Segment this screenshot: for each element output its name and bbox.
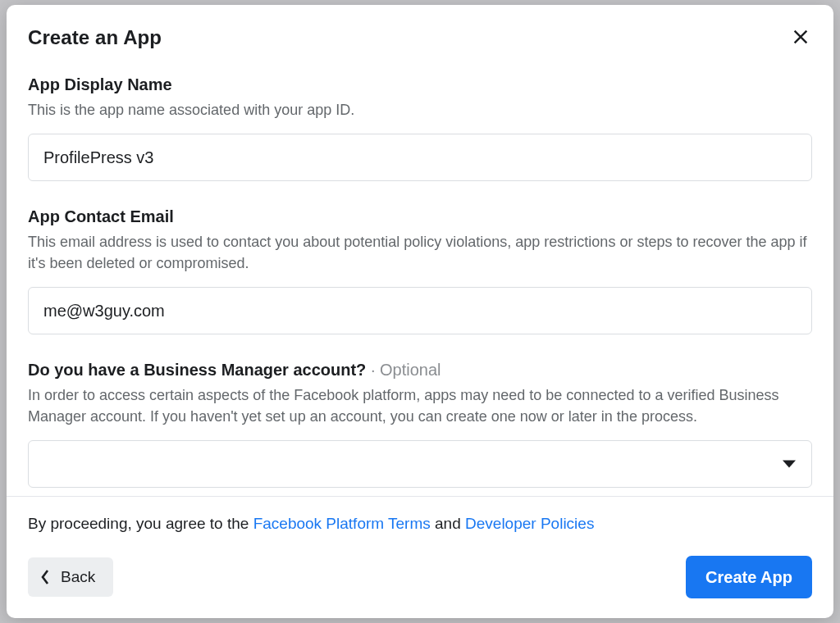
- business-manager-label: Do you have a Business Manager account? …: [28, 361, 812, 380]
- section-app-display-name: App Display Name This is the app name as…: [28, 75, 812, 181]
- label-meta-sep: ·: [366, 361, 380, 379]
- agree-prefix: By proceeding, you agree to the: [28, 515, 253, 532]
- display-name-input[interactable]: [28, 134, 812, 181]
- modal-titlebar: Create an App: [28, 26, 812, 49]
- caret-down-icon: [782, 455, 797, 474]
- modal-title: Create an App: [28, 26, 162, 49]
- contact-email-hint: This email address is used to contact yo…: [28, 231, 812, 274]
- modal-footer: By proceeding, you agree to the Facebook…: [7, 496, 833, 618]
- back-button[interactable]: Back: [28, 557, 113, 597]
- section-business-manager: Do you have a Business Manager account? …: [28, 361, 812, 488]
- developer-policies-link[interactable]: Developer Policies: [465, 515, 594, 532]
- contact-email-input[interactable]: [28, 287, 812, 334]
- back-button-label: Back: [61, 568, 95, 586]
- terms-agreement-text: By proceeding, you agree to the Facebook…: [28, 515, 812, 533]
- contact-email-label: App Contact Email: [28, 207, 812, 226]
- create-app-modal: Create an App App Display Name This is t…: [7, 5, 833, 618]
- business-manager-select[interactable]: [28, 440, 812, 488]
- agree-mid: and: [431, 515, 465, 532]
- footer-actions: Back Create App: [28, 556, 812, 598]
- chevron-left-icon: [39, 568, 51, 586]
- display-name-hint: This is the app name associated with you…: [28, 99, 812, 121]
- modal-body: Create an App App Display Name This is t…: [7, 5, 833, 496]
- business-manager-optional: Optional: [380, 361, 441, 379]
- display-name-label: App Display Name: [28, 75, 812, 94]
- create-app-button[interactable]: Create App: [686, 556, 812, 598]
- close-button[interactable]: [789, 26, 812, 49]
- section-contact-email: App Contact Email This email address is …: [28, 207, 812, 334]
- close-icon: [792, 28, 810, 48]
- business-manager-hint: In order to access certain aspects of th…: [28, 384, 812, 427]
- business-manager-label-text: Do you have a Business Manager account?: [28, 361, 366, 379]
- platform-terms-link[interactable]: Facebook Platform Terms: [253, 515, 431, 532]
